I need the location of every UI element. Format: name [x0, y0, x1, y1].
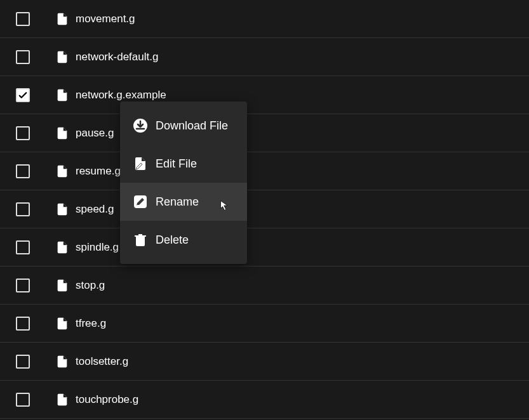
file-name: pause.g	[76, 127, 114, 140]
file-name: resume.g	[76, 165, 121, 178]
file-icon	[55, 315, 69, 332]
menu-item-rename[interactable]: Rename	[120, 183, 247, 221]
file-icon	[55, 277, 69, 294]
file-icon	[55, 11, 69, 27]
file-icon	[55, 353, 69, 370]
edit-icon	[133, 156, 148, 171]
file-checkbox[interactable]	[16, 240, 30, 254]
file-name: speed.g	[76, 203, 114, 216]
file-checkbox[interactable]	[16, 88, 30, 102]
file-icon	[55, 125, 69, 141]
download-icon	[133, 118, 148, 133]
file-icon	[55, 391, 69, 408]
file-row[interactable]: stop.g	[0, 266, 529, 305]
file-name: tfree.g	[76, 317, 106, 330]
file-list: movement.gnetwork-default.gnetwork.g.exa…	[0, 0, 529, 419]
file-name: network-default.g	[76, 51, 158, 63]
menu-item-label: Delete	[156, 233, 189, 247]
menu-item-edit[interactable]: Edit File	[120, 145, 247, 183]
file-checkbox[interactable]	[16, 126, 30, 140]
file-checkbox[interactable]	[16, 317, 30, 331]
delete-icon	[133, 232, 148, 247]
file-row[interactable]: network.g.example	[0, 76, 529, 114]
context-menu: Download FileEdit FileRenameDelete	[120, 102, 247, 264]
menu-item-download[interactable]: Download File	[120, 107, 247, 145]
file-row[interactable]: resume.g	[0, 152, 529, 190]
rename-icon	[133, 194, 148, 209]
file-checkbox[interactable]	[16, 202, 30, 216]
file-name: movement.g	[76, 13, 135, 25]
file-icon	[55, 87, 69, 103]
file-name: network.g.example	[76, 89, 166, 102]
file-name: spindle.g	[76, 241, 119, 254]
file-row[interactable]: spindle.g	[0, 228, 529, 266]
menu-item-label: Rename	[156, 195, 199, 209]
menu-item-label: Download File	[156, 119, 228, 133]
file-row[interactable]: movement.g	[0, 0, 529, 38]
menu-item-delete[interactable]: Delete	[120, 221, 247, 259]
file-row[interactable]: network-default.g	[0, 38, 529, 76]
file-checkbox[interactable]	[16, 279, 30, 292]
file-name: stop.g	[76, 279, 105, 292]
file-icon	[55, 239, 69, 256]
file-row[interactable]: tfree.g	[0, 305, 529, 343]
file-checkbox[interactable]	[16, 355, 30, 369]
file-icon	[55, 201, 69, 218]
file-checkbox[interactable]	[16, 393, 30, 407]
file-name: touchprobe.g	[76, 393, 138, 406]
file-checkbox[interactable]	[16, 164, 30, 178]
file-checkbox[interactable]	[16, 50, 30, 64]
file-name: toolsetter.g	[76, 355, 128, 368]
file-row[interactable]: toolsetter.g	[0, 343, 529, 381]
file-row[interactable]: pause.g	[0, 114, 529, 152]
file-row[interactable]: speed.g	[0, 190, 529, 228]
file-icon	[55, 163, 69, 180]
file-row[interactable]: touchprobe.g	[0, 381, 529, 419]
file-checkbox[interactable]	[16, 12, 30, 26]
file-icon	[55, 49, 69, 65]
menu-item-label: Edit File	[156, 157, 197, 171]
